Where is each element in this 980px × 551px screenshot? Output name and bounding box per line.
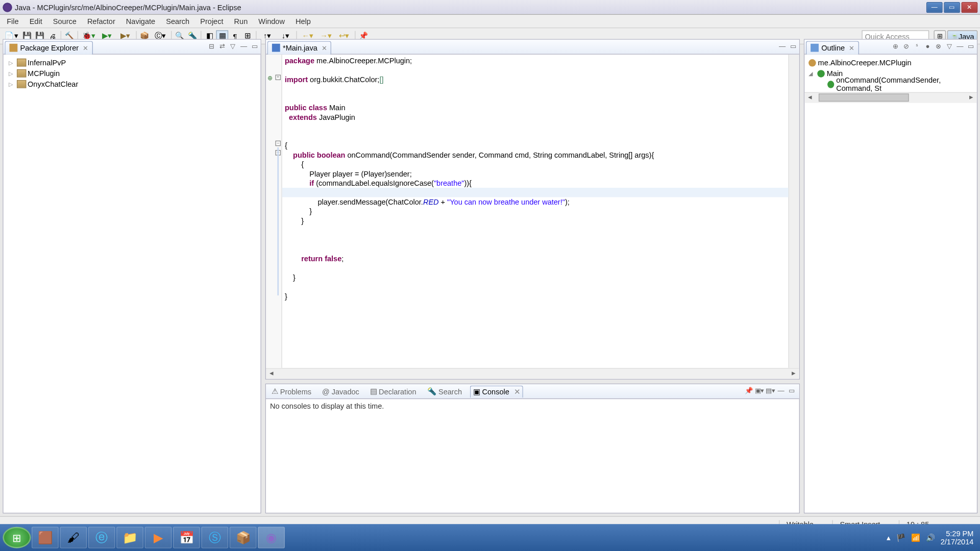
outline-icon bbox=[811, 44, 819, 52]
sort-icon[interactable]: ⊕ bbox=[891, 42, 900, 51]
window-title: Java - MCPlugin/src/me/AlbinoCreeper/MCP… bbox=[15, 3, 926, 11]
tree-project[interactable]: ▷OnyxChatClear bbox=[5, 79, 259, 89]
tree-project[interactable]: ▷InfernalPvP bbox=[5, 57, 259, 68]
menu-window[interactable]: Window bbox=[253, 16, 290, 27]
taskbar-app2[interactable]: 📦 bbox=[230, 527, 257, 548]
scroll-thumb[interactable] bbox=[819, 93, 909, 102]
minimize-view-icon[interactable]: — bbox=[239, 42, 248, 51]
scroll-left-icon[interactable]: ◂ bbox=[266, 369, 277, 379]
outline-method[interactable]: onCommand(CommandSender, Command, St bbox=[806, 79, 975, 89]
tray-clock[interactable]: 5:29 PM 2/17/2014 bbox=[941, 530, 974, 546]
scroll-right-icon[interactable]: ▸ bbox=[789, 369, 799, 379]
taskbar-eclipse[interactable]: ◉ bbox=[258, 527, 285, 548]
project-tree[interactable]: ▷InfernalPvP ▷MCPlugin ▷OnyxChatClear bbox=[4, 55, 261, 513]
menu-project[interactable]: Project bbox=[195, 16, 229, 27]
problems-icon: ⚠ bbox=[272, 387, 278, 395]
fold-bar bbox=[277, 147, 279, 295]
hide-static-icon[interactable]: ˢ bbox=[912, 42, 921, 51]
fold-icon[interactable]: + bbox=[275, 74, 281, 80]
close-icon[interactable]: ✕ bbox=[514, 387, 520, 396]
collapse-all-icon[interactable]: ⊟ bbox=[207, 42, 216, 51]
java-file-icon bbox=[272, 44, 280, 52]
package-icon bbox=[808, 59, 816, 66]
editor-tab-label: *Main.java bbox=[283, 44, 317, 52]
search-icon: 🔦 bbox=[427, 387, 436, 395]
outline-tab[interactable]: Outline ✕ bbox=[806, 41, 859, 54]
taskbar-ie[interactable]: ⓔ bbox=[88, 527, 115, 548]
close-icon[interactable]: ✕ bbox=[849, 44, 854, 52]
close-button[interactable]: ✕ bbox=[962, 2, 978, 12]
taskbar-skype[interactable]: Ⓢ bbox=[201, 527, 228, 548]
project-icon bbox=[17, 80, 26, 88]
editor-panel: *Main.java ✕ — ▭ ⊕ + − − bbox=[265, 39, 800, 380]
menu-search[interactable]: Search bbox=[161, 16, 195, 27]
vertical-scrollbar[interactable] bbox=[789, 55, 799, 368]
code-editor[interactable]: package me.AlbinoCreeper.MCPlugin; impor… bbox=[282, 55, 789, 368]
javadoc-icon: @ bbox=[322, 387, 330, 395]
tray-flag-icon[interactable]: 🏴 bbox=[896, 533, 905, 542]
maximize-button[interactable]: ▭ bbox=[944, 2, 960, 12]
menu-help[interactable]: Help bbox=[290, 16, 316, 27]
hide-nonpublic-icon[interactable]: ● bbox=[923, 42, 932, 51]
menu-refactor[interactable]: Refactor bbox=[82, 16, 120, 27]
minimize-button[interactable]: — bbox=[926, 2, 943, 12]
maximize-view-icon[interactable]: ▭ bbox=[966, 42, 975, 51]
class-icon bbox=[817, 70, 825, 78]
eclipse-icon bbox=[3, 3, 12, 12]
close-icon[interactable]: ✕ bbox=[322, 44, 327, 52]
menu-navigate[interactable]: Navigate bbox=[120, 16, 160, 27]
display-console-icon[interactable]: ▣▾ bbox=[755, 387, 764, 396]
menu-bar: File Edit Source Refactor Navigate Searc… bbox=[0, 15, 980, 28]
console-output: No consoles to display at this time. bbox=[266, 399, 799, 412]
pin-console-icon[interactable]: 📌 bbox=[744, 387, 753, 396]
minimize-view-icon[interactable]: — bbox=[776, 387, 786, 396]
fold-icon[interactable]: − bbox=[275, 141, 281, 146]
hide-local-icon[interactable]: ⊗ bbox=[934, 42, 943, 51]
menu-file[interactable]: File bbox=[2, 16, 24, 27]
project-icon bbox=[17, 59, 26, 67]
view-menu-icon[interactable]: ▽ bbox=[228, 42, 237, 51]
taskbar-explorer[interactable]: 📁 bbox=[116, 527, 143, 548]
menu-run[interactable]: Run bbox=[229, 16, 253, 27]
taskbar-paintnet[interactable]: 🖌 bbox=[60, 527, 87, 548]
problems-tab[interactable]: ⚠Problems bbox=[268, 386, 314, 397]
maximize-view-icon[interactable]: ▭ bbox=[250, 42, 259, 51]
scroll-left-icon[interactable]: ◂ bbox=[804, 93, 815, 103]
tray-network-icon[interactable]: 📶 bbox=[911, 533, 920, 542]
tray-volume-icon[interactable]: 🔊 bbox=[926, 533, 935, 542]
scroll-right-icon[interactable]: ▸ bbox=[966, 93, 977, 103]
outline-label: Outline bbox=[821, 44, 845, 52]
editor-tab[interactable]: *Main.java ✕ bbox=[267, 41, 332, 54]
taskbar-media[interactable]: ▶ bbox=[145, 527, 172, 548]
minimize-view-icon[interactable]: — bbox=[777, 42, 787, 51]
declaration-icon: ▤ bbox=[370, 387, 377, 395]
tree-project[interactable]: ▷MCPlugin bbox=[5, 68, 259, 79]
maximize-view-icon[interactable]: ▭ bbox=[789, 42, 798, 51]
minimize-view-icon[interactable]: — bbox=[955, 42, 965, 51]
close-icon[interactable]: ✕ bbox=[83, 44, 88, 52]
menu-edit[interactable]: Edit bbox=[24, 16, 47, 27]
declaration-tab[interactable]: ▤Declaration bbox=[368, 386, 419, 397]
open-console-icon[interactable]: ▤▾ bbox=[766, 387, 775, 396]
start-button[interactable]: ⊞ bbox=[3, 527, 31, 548]
menu-source[interactable]: Source bbox=[47, 16, 82, 27]
view-menu-icon[interactable]: ▽ bbox=[945, 42, 954, 51]
tray-expand-icon[interactable]: ▴ bbox=[887, 533, 891, 542]
taskbar-app1[interactable]: 📅 bbox=[173, 527, 200, 548]
javadoc-tab[interactable]: @Javadoc bbox=[320, 386, 362, 396]
current-line-highlight bbox=[282, 188, 789, 197]
horizontal-scrollbar[interactable]: ◂ ▸ bbox=[266, 368, 799, 379]
editor-gutter[interactable]: ⊕ + − − bbox=[266, 55, 282, 368]
horizontal-scrollbar[interactable]: ◂ ▸ bbox=[804, 92, 977, 103]
maximize-view-icon[interactable]: ▭ bbox=[787, 387, 796, 396]
import-marker-icon: ⊕ bbox=[267, 74, 274, 81]
outline-tree[interactable]: me.AlbinoCreeper.MCPlugin ◢Main onComman… bbox=[804, 55, 977, 92]
search-tab[interactable]: 🔦Search bbox=[424, 386, 464, 397]
taskbar-minecraft[interactable]: 🟫 bbox=[32, 527, 59, 548]
package-explorer-tab[interactable]: Package Explorer ✕ bbox=[5, 41, 93, 54]
project-icon bbox=[17, 69, 26, 78]
link-editor-icon[interactable]: ⇄ bbox=[217, 42, 227, 51]
console-tab[interactable]: ▣Console✕ bbox=[470, 385, 524, 397]
hide-fields-icon[interactable]: ⊘ bbox=[901, 42, 911, 51]
outline-package[interactable]: me.AlbinoCreeper.MCPlugin bbox=[806, 57, 975, 68]
